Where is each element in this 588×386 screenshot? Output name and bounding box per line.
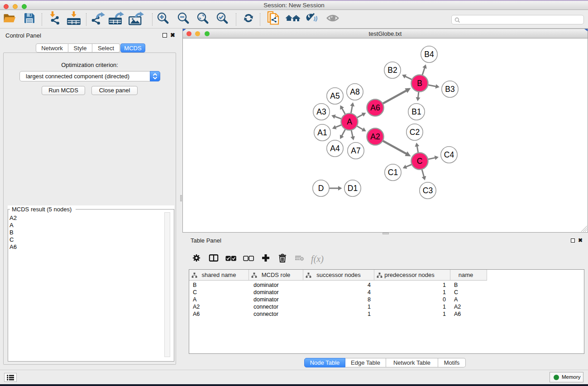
svg-text:C1: C1 (388, 168, 398, 177)
svg-text:A1: A1 (317, 128, 327, 137)
svg-text:A3: A3 (316, 107, 326, 116)
svg-text:A5: A5 (330, 91, 339, 100)
svg-text:B1: B1 (411, 107, 421, 116)
svg-text:B2: B2 (387, 66, 397, 75)
svg-text:D: D (318, 184, 324, 193)
svg-text:A: A (347, 117, 352, 126)
svg-text:A4: A4 (330, 144, 340, 153)
svg-text:C2: C2 (410, 128, 420, 137)
svg-text:A6: A6 (370, 103, 380, 112)
svg-text:D1: D1 (348, 184, 358, 193)
svg-text:B4: B4 (424, 50, 434, 59)
svg-text:C: C (417, 157, 423, 166)
svg-text:B3: B3 (445, 85, 454, 94)
svg-text:C3: C3 (423, 186, 433, 195)
svg-text:A8: A8 (350, 87, 359, 96)
svg-text:C4: C4 (444, 150, 454, 159)
svg-text:A2: A2 (370, 132, 380, 141)
svg-text:B: B (417, 79, 422, 88)
svg-text:A7: A7 (351, 146, 360, 155)
